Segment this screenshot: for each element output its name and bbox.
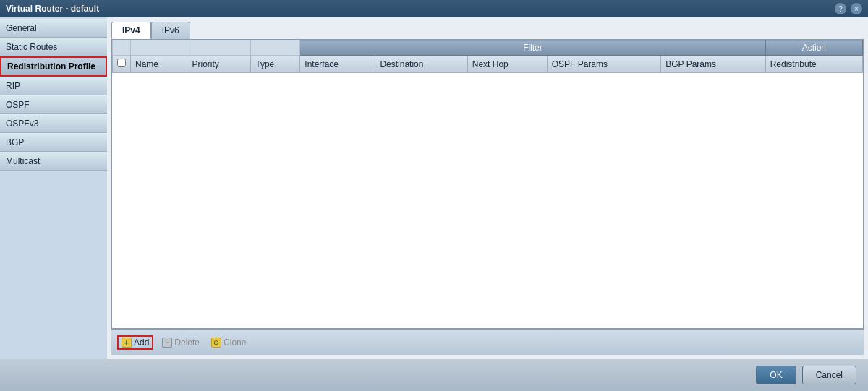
col-redistribute: Redistribute [765, 56, 862, 73]
sidebar-item-bgp[interactable]: BGP [0, 133, 107, 152]
col-ospf-params: OSPF Params [547, 56, 661, 73]
select-all-checkbox[interactable] [117, 59, 126, 67]
add-button[interactable]: + Add [117, 335, 153, 350]
col-bgp-params: BGP Params [661, 56, 765, 73]
header-row: Name Priority Type Interface Destination… [113, 56, 863, 73]
close-icon[interactable]: × [851, 3, 862, 14]
title-bar-icons: ? × [835, 3, 862, 14]
filter-empty-name [131, 40, 187, 56]
help-icon[interactable]: ? [835, 3, 846, 14]
filter-empty-priority [187, 40, 251, 56]
bottom-toolbar: + Add − Delete ⊙ Clone [111, 329, 864, 355]
app-title: Virtual Router - default [6, 4, 99, 14]
tab-ipv4[interactable]: IPv4 [111, 22, 151, 39]
sidebar-item-general[interactable]: General [0, 19, 107, 38]
clone-button[interactable]: ⊙ Clone [208, 336, 249, 349]
col-type: Type [251, 56, 300, 73]
sidebar-item-ospf[interactable]: OSPF [0, 95, 107, 114]
title-bar: Virtual Router - default ? × [0, 0, 868, 17]
tab-ipv6[interactable]: IPv6 [151, 22, 190, 39]
sidebar: GeneralStatic RoutesRedistribution Profi… [0, 17, 107, 359]
content-area: IPv4 IPv6 Filter Action [107, 17, 868, 359]
tab-bar: IPv4 IPv6 [111, 22, 864, 39]
filter-label: Filter [300, 40, 765, 56]
ok-button[interactable]: OK [756, 366, 796, 384]
col-name: Name [131, 56, 187, 73]
data-table: Filter Action Name Priority Type Interfa… [112, 40, 863, 73]
action-label: Action [765, 40, 862, 56]
sidebar-item-redistribution-profile[interactable]: Redistribution Profile [0, 56, 107, 77]
sidebar-item-rip[interactable]: RIP [0, 77, 107, 95]
filter-row: Filter Action [113, 40, 863, 56]
col-priority: Priority [187, 56, 251, 73]
main-container: GeneralStatic RoutesRedistribution Profi… [0, 17, 868, 359]
cancel-button[interactable]: Cancel [802, 366, 856, 384]
sidebar-item-static-routes[interactable]: Static Routes [0, 38, 107, 56]
filter-empty-type [251, 40, 300, 56]
sidebar-item-multicast[interactable]: Multicast [0, 152, 107, 171]
col-next-hop: Next Hop [467, 56, 547, 73]
sidebar-item-ospfv3[interactable]: OSPFv3 [0, 114, 107, 133]
add-icon: + [122, 338, 132, 348]
footer: OK Cancel [0, 359, 868, 391]
delete-icon: − [162, 338, 172, 348]
col-checkbox [113, 56, 131, 73]
table-container: Filter Action Name Priority Type Interfa… [111, 39, 864, 329]
clone-icon: ⊙ [211, 338, 221, 348]
filter-empty-checkbox [113, 40, 131, 56]
col-destination: Destination [375, 56, 467, 73]
delete-button[interactable]: − Delete [159, 336, 203, 349]
col-interface: Interface [300, 56, 375, 73]
